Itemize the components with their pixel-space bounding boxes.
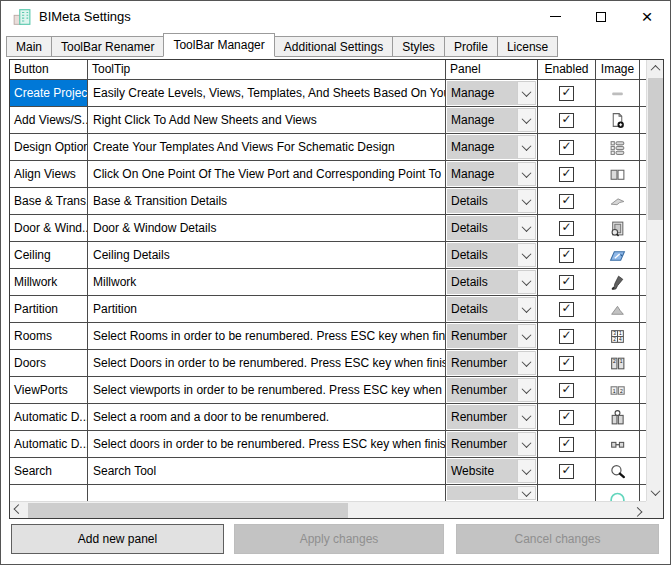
panel-dropdown[interactable]: Details bbox=[447, 297, 536, 321]
button-cell[interactable]: Align Views bbox=[10, 161, 88, 187]
enabled-checkbox[interactable]: ✓ bbox=[559, 464, 574, 479]
panel-dropdown[interactable]: Details bbox=[447, 216, 536, 240]
enabled-checkbox[interactable]: ✓ bbox=[559, 383, 574, 398]
panel-dropdown-button[interactable] bbox=[517, 162, 536, 186]
table-row[interactable] bbox=[10, 485, 646, 501]
tab-toolbar-renamer[interactable]: ToolBar Renamer bbox=[51, 36, 164, 57]
tooltip-cell[interactable]: Easily Create Levels, Views, Templates, … bbox=[88, 80, 446, 106]
panel-dropdown[interactable]: Manage bbox=[447, 135, 536, 159]
tab-additional-settings[interactable]: Additional Settings bbox=[274, 36, 393, 57]
tooltip-cell[interactable]: Door & Window Details bbox=[88, 215, 446, 241]
enabled-checkbox[interactable]: ✓ bbox=[559, 167, 574, 182]
horizontal-scrollbar-thumb[interactable] bbox=[28, 503, 348, 518]
enabled-checkbox[interactable]: ✓ bbox=[559, 221, 574, 236]
enabled-checkbox[interactable]: ✓ bbox=[559, 356, 574, 371]
panel-dropdown[interactable]: Manage bbox=[447, 108, 536, 132]
tooltip-cell[interactable]: Right Click To Add New Sheets and Views bbox=[88, 107, 446, 133]
tooltip-cell[interactable]: Millwork bbox=[88, 269, 446, 295]
button-cell[interactable]: Door & Wind... bbox=[10, 215, 88, 241]
tab-license[interactable]: License bbox=[497, 36, 558, 57]
scroll-down-button[interactable] bbox=[647, 484, 664, 501]
tab-profile[interactable]: Profile bbox=[444, 36, 498, 57]
cancel-changes-button[interactable]: Cancel changes bbox=[456, 524, 659, 554]
tooltip-cell[interactable]: Select a room and a door to be renumbere… bbox=[88, 404, 446, 430]
tooltip-cell[interactable] bbox=[88, 485, 446, 501]
table-row[interactable]: Door & Wind...Door & Window DetailsDetai… bbox=[10, 215, 646, 242]
tooltip-cell[interactable]: Partition bbox=[88, 296, 446, 322]
scroll-left-button[interactable] bbox=[10, 502, 27, 519]
table-row[interactable]: Align ViewsClick On One Point Of The Vie… bbox=[10, 161, 646, 188]
button-cell[interactable]: ViewPorts bbox=[10, 377, 88, 403]
panel-dropdown[interactable]: Website bbox=[447, 459, 536, 483]
table-row[interactable]: ViewPortsSelect viewports in order to be… bbox=[10, 377, 646, 404]
panel-dropdown-button[interactable] bbox=[517, 432, 536, 456]
panel-dropdown[interactable]: Renumber bbox=[447, 405, 536, 429]
scroll-up-button[interactable] bbox=[647, 60, 664, 77]
table-row[interactable]: Design OptionsCreate Your Templates And … bbox=[10, 134, 646, 161]
table-row[interactable]: Create ProjectEasily Create Levels, View… bbox=[10, 80, 646, 107]
button-cell[interactable]: Create Project bbox=[10, 80, 88, 106]
table-row[interactable]: MillworkMillworkDetails✓ bbox=[10, 269, 646, 296]
table-row[interactable]: Automatic D...Select doors in order to b… bbox=[10, 431, 646, 458]
panel-dropdown-button[interactable] bbox=[517, 378, 536, 402]
panel-dropdown-button[interactable] bbox=[517, 81, 536, 105]
panel-dropdown[interactable]: Renumber bbox=[447, 351, 536, 375]
button-cell[interactable]: Partition bbox=[10, 296, 88, 322]
column-header-tooltip[interactable]: ToolTip bbox=[88, 60, 446, 79]
table-row[interactable]: DoorsSelect Doors in order to be renumbe… bbox=[10, 350, 646, 377]
vertical-scrollbar[interactable] bbox=[646, 60, 663, 501]
button-cell[interactable]: Rooms bbox=[10, 323, 88, 349]
enabled-checkbox[interactable]: ✓ bbox=[559, 194, 574, 209]
table-row[interactable]: Base & Trans...Base & Transition Details… bbox=[10, 188, 646, 215]
panel-dropdown[interactable]: Renumber bbox=[447, 378, 536, 402]
enabled-checkbox[interactable]: ✓ bbox=[559, 275, 574, 290]
enabled-checkbox[interactable]: ✓ bbox=[559, 410, 574, 425]
scroll-right-button[interactable] bbox=[629, 502, 646, 519]
close-button[interactable]: × bbox=[624, 1, 670, 32]
add-new-panel-button[interactable]: Add new panel bbox=[11, 524, 224, 554]
enabled-checkbox[interactable]: ✓ bbox=[559, 329, 574, 344]
tooltip-cell[interactable]: Select viewports in order to be renumber… bbox=[88, 377, 446, 403]
enabled-checkbox[interactable]: ✓ bbox=[559, 302, 574, 317]
button-cell[interactable]: Doors bbox=[10, 350, 88, 376]
vertical-scrollbar-thumb[interactable] bbox=[648, 78, 663, 220]
tooltip-cell[interactable]: Ceiling Details bbox=[88, 242, 446, 268]
panel-dropdown-button[interactable] bbox=[517, 324, 536, 348]
panel-dropdown-button[interactable] bbox=[517, 405, 536, 429]
panel-dropdown[interactable]: Details bbox=[447, 243, 536, 267]
panel-dropdown-button[interactable] bbox=[517, 189, 536, 213]
panel-dropdown-button[interactable] bbox=[517, 108, 536, 132]
enabled-checkbox[interactable]: ✓ bbox=[559, 437, 574, 452]
table-row[interactable]: RoomsSelect Rooms in order to be renumbe… bbox=[10, 323, 646, 350]
panel-dropdown-button[interactable] bbox=[517, 486, 536, 500]
column-header-image[interactable]: Image bbox=[596, 60, 640, 79]
tooltip-cell[interactable]: Select Doors in order to be renumbered. … bbox=[88, 350, 446, 376]
panel-dropdown[interactable]: Details bbox=[447, 270, 536, 294]
panel-dropdown-button[interactable] bbox=[517, 297, 536, 321]
table-row[interactable]: Automatic D...Select a room and a door t… bbox=[10, 404, 646, 431]
enabled-checkbox[interactable]: ✓ bbox=[559, 140, 574, 155]
button-cell[interactable]: Ceiling bbox=[10, 242, 88, 268]
table-row[interactable]: SearchSearch ToolWebsite✓ bbox=[10, 458, 646, 485]
enabled-checkbox[interactable]: ✓ bbox=[559, 86, 574, 101]
panel-dropdown-button[interactable] bbox=[517, 270, 536, 294]
panel-dropdown[interactable]: Manage bbox=[447, 162, 536, 186]
tooltip-cell[interactable]: Select Rooms in order to be renumbered. … bbox=[88, 323, 446, 349]
table-row[interactable]: CeilingCeiling DetailsDetails✓ bbox=[10, 242, 646, 269]
button-cell[interactable]: Millwork bbox=[10, 269, 88, 295]
button-cell[interactable]: Add Views/S... bbox=[10, 107, 88, 133]
tooltip-cell[interactable]: Base & Transition Details bbox=[88, 188, 446, 214]
panel-dropdown-button[interactable] bbox=[517, 351, 536, 375]
table-row[interactable]: PartitionPartitionDetails✓ bbox=[10, 296, 646, 323]
panel-dropdown[interactable]: Renumber bbox=[447, 324, 536, 348]
enabled-checkbox[interactable]: ✓ bbox=[559, 248, 574, 263]
tooltip-cell[interactable]: Click On One Point Of The View Port and … bbox=[88, 161, 446, 187]
panel-dropdown-button[interactable] bbox=[517, 243, 536, 267]
button-cell[interactable]: Base & Trans... bbox=[10, 188, 88, 214]
enabled-checkbox[interactable]: ✓ bbox=[559, 113, 574, 128]
button-cell[interactable]: Design Options bbox=[10, 134, 88, 160]
tooltip-cell[interactable]: Select doors in order to be renumbered. … bbox=[88, 431, 446, 457]
table-row[interactable]: Add Views/S...Right Click To Add New She… bbox=[10, 107, 646, 134]
panel-dropdown[interactable]: Renumber bbox=[447, 432, 536, 456]
apply-changes-button[interactable]: Apply changes bbox=[234, 524, 444, 554]
